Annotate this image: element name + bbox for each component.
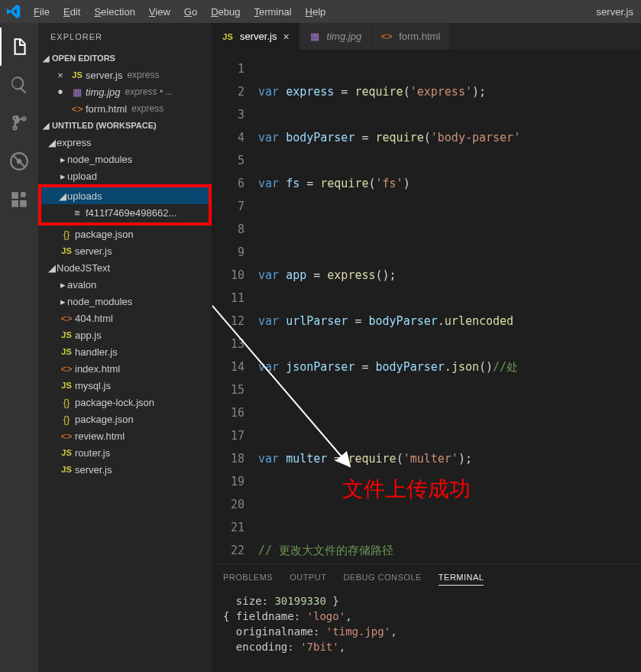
html-file-icon: <> — [58, 363, 75, 375]
file-label: 404.html — [75, 313, 113, 324]
file-pkglock[interactable]: {}package-lock.json — [38, 394, 212, 411]
menu-file[interactable]: File — [28, 3, 56, 21]
chevron-down-icon: ◢ — [41, 121, 50, 131]
folder-node-modules-2[interactable]: ▸ node_modules — [38, 293, 212, 310]
file-review[interactable]: <>review.html — [38, 427, 212, 444]
file-handlerjs[interactable]: JShandler.js — [38, 343, 212, 360]
tab-label: form.html — [399, 31, 440, 42]
chevron-down-icon: ◢ — [47, 137, 57, 148]
menu-edit[interactable]: Edit — [57, 3, 86, 21]
folder-label: NodeJSText — [57, 262, 110, 274]
js-file-icon: JS — [58, 330, 75, 339]
file-tree: ◢ express ▸ node_modules ▸ upload ◢ uplo… — [38, 134, 212, 478]
menu-go[interactable]: Go — [178, 3, 203, 21]
open-editors-label: OPEN EDITORS — [52, 54, 115, 63]
file-label: server.js — [75, 245, 112, 257]
workspace-label: UNTITLED (WORKSPACE) — [52, 121, 157, 130]
open-editor-item[interactable]: • ▦ timg.jpg express • ... — [38, 83, 212, 100]
menu-selection[interactable]: Selection — [88, 3, 141, 21]
folder-express[interactable]: ◢ express — [38, 134, 212, 151]
panel-tab-debug-console[interactable]: DEBUG CONSOLE — [343, 570, 421, 585]
code-editor[interactable]: 12345678910111213141516171819202122 var … — [212, 50, 641, 563]
json-file-icon: {} — [58, 397, 75, 408]
folder-nodejstext[interactable]: ◢ NodeJSText — [38, 259, 212, 276]
menu-terminal[interactable]: Terminal — [248, 3, 297, 21]
chevron-right-icon: ▸ — [58, 170, 67, 182]
file-label: router.js — [75, 447, 110, 459]
file-indexhtml[interactable]: <>index.html — [38, 360, 212, 377]
menu-help[interactable]: Help — [299, 3, 332, 21]
bottom-panel: PROBLEMS OUTPUT DEBUG CONSOLE TERMINAL s… — [212, 563, 641, 672]
file-serverjs2[interactable]: JSserver.js — [38, 461, 212, 478]
js-file-icon: JS — [58, 465, 75, 474]
panel-tabs: PROBLEMS OUTPUT DEBUG CONSOLE TERMINAL — [212, 564, 641, 590]
folder-label: uploads — [67, 190, 102, 202]
open-editor-item[interactable]: <> form.html express — [38, 100, 212, 117]
panel-tab-problems[interactable]: PROBLEMS — [223, 570, 273, 585]
extensions-tab-icon[interactable] — [0, 180, 38, 219]
debug-tab-icon[interactable] — [0, 142, 38, 180]
panel-tab-output[interactable]: OUTPUT — [290, 570, 326, 585]
folder-label: avalon — [67, 279, 96, 291]
source-control-tab-icon[interactable] — [0, 104, 38, 142]
folder-avalon[interactable]: ▸ avalon — [38, 276, 212, 293]
file-label: app.js — [75, 330, 102, 341]
tab-form-html[interactable]: <> form.html — [371, 23, 450, 50]
file-routerjs[interactable]: JSrouter.js — [38, 444, 212, 461]
chevron-right-icon: ▸ — [58, 296, 67, 307]
tab-label: server.js — [240, 31, 277, 42]
file-label: index.html — [75, 363, 120, 375]
svg-point-1 — [17, 159, 22, 164]
close-icon[interactable]: × — [52, 70, 69, 81]
chevron-right-icon: ▸ — [58, 154, 67, 165]
file-label: package.json — [75, 229, 134, 240]
html-file-icon: <> — [380, 31, 393, 42]
html-file-icon: <> — [58, 430, 75, 442]
terminal-output[interactable]: size: 30199330 } { fieldname: 'logo', or… — [212, 590, 641, 672]
window-title: server.js — [597, 6, 636, 18]
workspace-header[interactable]: ◢ UNTITLED (WORKSPACE) — [38, 117, 212, 134]
chevron-down-icon: ◢ — [47, 262, 57, 274]
open-editors-header[interactable]: ◢ OPEN EDITORS — [38, 50, 212, 67]
menu-view[interactable]: View — [143, 3, 176, 21]
chevron-right-icon: ▸ — [58, 279, 67, 291]
folder-uploads[interactable]: ◢ uploads — [41, 187, 209, 204]
file-label: f411f7469e498662... — [86, 207, 176, 219]
html-file-icon: <> — [69, 103, 86, 115]
file-pkg2[interactable]: {}package.json — [38, 411, 212, 427]
tab-timg-jpg[interactable]: ▦ timg.jpg — [299, 23, 372, 50]
file-404[interactable]: <>404.html — [38, 310, 212, 326]
tab-server-js[interactable]: JS server.js × — [212, 23, 299, 50]
open-editor-item[interactable]: × JS server.js express — [38, 67, 212, 83]
chevron-down-icon: ◢ — [41, 54, 50, 63]
sidebar-title: EXPLORER — [38, 23, 212, 50]
folder-upload[interactable]: ▸ upload — [38, 167, 212, 184]
file-label: package-lock.json — [75, 397, 154, 408]
close-icon[interactable]: × — [283, 31, 289, 43]
file-appjs[interactable]: JSapp.js — [38, 326, 212, 343]
file-label: server.js — [75, 464, 112, 476]
search-tab-icon[interactable] — [0, 66, 38, 104]
file-package-json[interactable]: {} package.json — [38, 226, 212, 242]
js-file-icon: JS — [58, 381, 75, 390]
folder-label: upload — [67, 170, 97, 182]
generic-file-icon: ≡ — [69, 207, 86, 219]
code-content[interactable]: var express = require('express'); var bo… — [258, 50, 641, 563]
menu-debug[interactable]: Debug — [205, 3, 246, 21]
dirty-dot-icon: • — [52, 84, 69, 99]
explorer-sidebar: EXPLORER ◢ OPEN EDITORS × JS server.js e… — [38, 23, 212, 672]
file-uploaded[interactable]: ≡ f411f7469e498662... — [41, 204, 209, 221]
js-file-icon: JS — [69, 70, 86, 80]
menu-bar: File Edit Selection View Go Debug Termin… — [28, 3, 332, 21]
file-label: review.html — [75, 430, 125, 442]
explorer-tab-icon[interactable] — [0, 28, 38, 66]
image-file-icon: ▦ — [69, 86, 86, 98]
file-label: package.json — [75, 414, 134, 425]
folder-node-modules[interactable]: ▸ node_modules — [38, 151, 212, 167]
file-label: server.js — [86, 70, 122, 81]
file-mysqljs[interactable]: JSmysql.js — [38, 377, 212, 394]
file-server-js[interactable]: JS server.js — [38, 242, 212, 259]
file-path-dim: express — [131, 103, 163, 114]
panel-tab-terminal[interactable]: TERMINAL — [439, 570, 484, 586]
folder-label: node_modules — [67, 154, 132, 165]
